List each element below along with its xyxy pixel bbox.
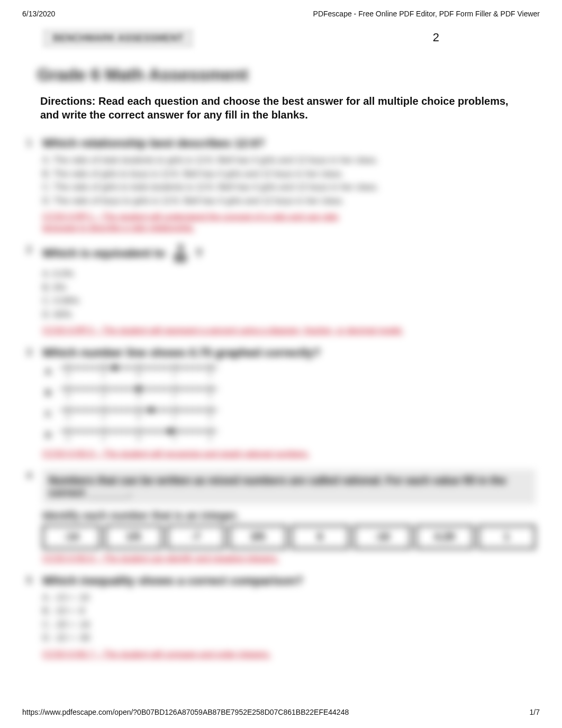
q3-answer-note: CCSS 6.NS.6 – The student will recognize… [42, 449, 536, 460]
question-2: 2 Which is equivalent to 3 50 ? A. 6.0% … [26, 243, 536, 336]
q5-choice-d: D. -22 < -30 [42, 631, 536, 645]
number-cell: 3/5 [229, 525, 287, 549]
q5-choice-a: A. -13 > -10 [42, 591, 536, 605]
axis-label: 1 [173, 393, 176, 399]
axis-label: -2 [65, 435, 70, 442]
directions-text: Directions: Read each question and choos… [40, 94, 522, 122]
axis-label: 2 [209, 393, 212, 399]
choice-letter: A [42, 367, 54, 377]
q2-fraction: 3 50 [170, 243, 189, 265]
q5-choice-c: C. -20 > -16 [42, 618, 536, 632]
axis-label: 0 [137, 372, 140, 378]
q2-answer-note: CCSS 6.RP.3 – The student will represent… [42, 325, 536, 336]
q2-choice-a: A. 6.0% [42, 267, 536, 281]
q5-choices: A. -13 > -10 B. -10 > -8 C. -20 > -16 D.… [42, 591, 536, 645]
plot-dot [168, 429, 173, 434]
number-cell: 1 [478, 525, 536, 549]
number-line: -2-1012 [59, 363, 218, 381]
q1-answer-line1: CCSS 6.RP.1 – The student will understan… [42, 212, 339, 221]
number-line-row: D-2-1012 [42, 426, 536, 444]
q2-choice-c: C. 0.06% [42, 294, 536, 308]
q1-answer-note: CCSS 6.RP.1 – The student will understan… [42, 212, 536, 234]
axis-label: 2 [209, 435, 212, 442]
page-title: Grade 6 Math Assessment [37, 65, 525, 85]
q2-choice-b: B. 6% [42, 281, 536, 295]
q2-choice-d: D. 60% [42, 308, 536, 322]
print-date: 6/13/2020 [22, 10, 55, 18]
question-5: 5 Which inequality shows a correct compa… [26, 574, 536, 660]
question-4: 4 Numbers that can be written as mixed n… [26, 469, 536, 565]
choice-letter: C [42, 410, 54, 419]
q2-prompt-right: ? [195, 246, 202, 259]
q5-prompt: Which inequality shows a correct compari… [42, 574, 536, 588]
question-1: 1 Which relationship best describes 12:6… [26, 136, 536, 234]
q5-answer-text: CCSS 6.NS.7 – The student will compare a… [42, 650, 271, 659]
benchmark-label: BENCHMARK ASSESSMENT [42, 29, 194, 48]
app-title: PDFescape - Free Online PDF Editor, PDF … [313, 10, 540, 18]
number-cell: 1/5 [105, 525, 163, 549]
q2-prompt: Which is equivalent to 3 50 ? [42, 243, 536, 265]
number-line: -2-1012 [59, 426, 218, 444]
q2-answer-text: CCSS 6.RP.3 – The student will represent… [42, 326, 403, 335]
axis-label: 1 [173, 372, 176, 378]
q1-choices: A. The ratio of total students to girls … [42, 153, 536, 207]
q5-choice-b: B. -10 > -8 [42, 604, 536, 618]
number-cell: -10 [353, 525, 412, 549]
q1-choice-c: C. The ratio of girls to total students … [42, 180, 536, 194]
number-line: -2-1012 [59, 405, 218, 423]
choice-letter: D [42, 431, 54, 440]
footer-page-of: 1/7 [530, 708, 540, 716]
q1-choice-d: D. The ratio of boys to girls is 12:6. B… [42, 194, 536, 208]
number-line: -2-1012 [59, 384, 218, 402]
axis-label: -1 [101, 435, 106, 442]
q5-answer-note: CCSS 6.NS.7 – The student will compare a… [42, 649, 536, 660]
q1-choice-a: A. The ratio of total students to girls … [42, 153, 536, 167]
axis-label: 1 [173, 414, 176, 421]
q4-number: 4 [26, 470, 32, 481]
q4-answer-text: CCSS 6.NS.6 – The student can identify a… [42, 554, 279, 563]
question-3: 3 Which number line shows 0.75 graphed c… [26, 346, 536, 460]
number-line-row: C-2-1012 [42, 405, 536, 423]
axis-label: -2 [65, 393, 70, 399]
q3-prompt: Which number line shows 0.75 graphed cor… [42, 346, 536, 360]
q3-answer-text: CCSS 6.NS.6 – The student will recognize… [42, 449, 310, 458]
axis-label: 2 [209, 414, 212, 421]
q3-number-lines: A-2-1012B-2-1012C-2-1012D-2-1012 [42, 363, 536, 444]
q4-answer-note: CCSS 6.NS.6 – The student can identify a… [42, 553, 536, 565]
page-footer: https://www.pdfescape.com/open/?0B07BD12… [22, 708, 540, 716]
choice-letter: B [42, 388, 54, 398]
q2-choices: A. 6.0% B. 6% C. 0.06% D. 60% [42, 267, 536, 321]
axis-label: -1 [101, 372, 106, 378]
q1-choice-b: B. The ratio of girls to boys is 12:6. B… [42, 167, 536, 181]
axis-label: -1 [101, 414, 106, 421]
number-cell: -14 [42, 525, 101, 549]
q4-number-row: -141/5-73/56-104.291 [42, 525, 536, 549]
q4-prompt-b: Identify each number that is an integer. [42, 509, 536, 522]
q3-number: 3 [26, 347, 32, 358]
q2-number: 2 [26, 244, 32, 256]
axis-label: 0 [137, 435, 140, 442]
number-cell: -7 [167, 525, 225, 549]
axis-label: -2 [65, 372, 70, 378]
page-number: 2 [433, 31, 439, 44]
axis-label: -1 [101, 393, 106, 399]
axis-label: -2 [65, 414, 70, 421]
q2-prompt-left: Which is equivalent to [42, 246, 165, 259]
plot-dot [112, 365, 117, 370]
q1-prompt: Which relationship best describes 12:6? [42, 136, 536, 150]
q1-number: 1 [26, 138, 32, 149]
plot-dot [149, 407, 154, 413]
number-cell: 6 [291, 525, 349, 549]
axis-label: 1 [173, 435, 176, 442]
axis-label: 2 [209, 372, 212, 378]
q2-frac-den: 50 [170, 252, 189, 265]
footer-url: https://www.pdfescape.com/open/?0B07BD12… [22, 708, 349, 716]
number-cell: 4.29 [415, 525, 474, 549]
plot-dot [136, 386, 141, 392]
q1-answer-line2: language to describe a ratio relationshi… [42, 223, 195, 232]
q5-number: 5 [26, 575, 32, 586]
browser-header: 6/13/2020 PDFescape - Free Online PDF Ed… [0, 0, 562, 18]
number-line-row: B-2-1012 [42, 384, 536, 402]
axis-label: 0 [137, 393, 140, 399]
number-line-row: A-2-1012 [42, 363, 536, 381]
